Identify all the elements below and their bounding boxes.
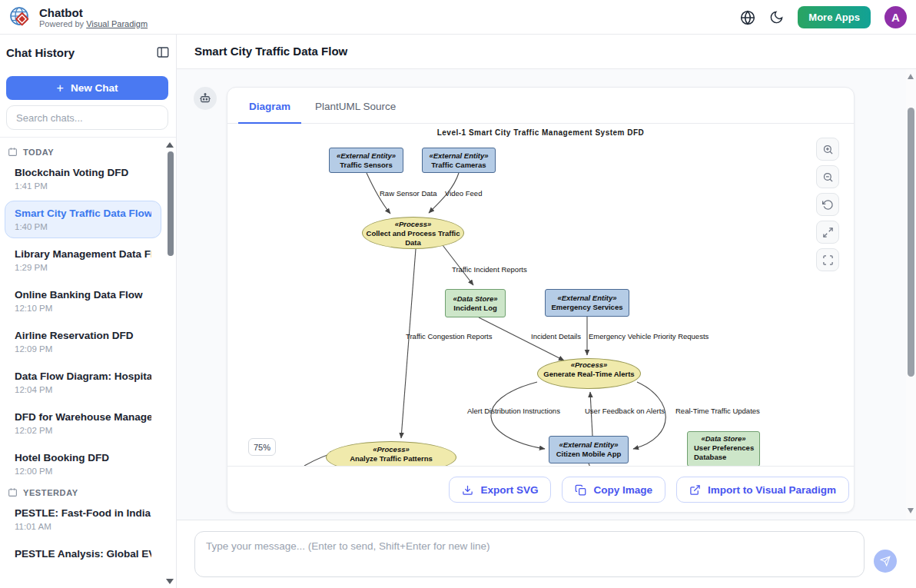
send-button[interactable] bbox=[874, 550, 897, 573]
chat-item[interactable]: PESTLE: Fast-Food in India – ... 11:01 A… bbox=[5, 500, 161, 538]
fit-to-screen-button[interactable] bbox=[816, 221, 839, 244]
zoom-level-badge: 75% bbox=[248, 438, 276, 456]
calendar-icon bbox=[8, 487, 18, 497]
chat-history-title: Chat History bbox=[6, 46, 75, 59]
reset-view-button[interactable] bbox=[816, 193, 839, 216]
main-scroll-up-arrow[interactable] bbox=[908, 74, 914, 79]
fullscreen-corners-icon bbox=[822, 254, 834, 266]
top-bar: Chatbot Powered by Visual Paradigm More … bbox=[0, 0, 916, 35]
card-tabs: Diagram PlantUML Source bbox=[227, 88, 854, 124]
app-title-block: Chatbot Powered by Visual Paradigm bbox=[39, 6, 148, 28]
external-link-icon bbox=[689, 484, 701, 496]
expand-arrows-icon bbox=[822, 227, 834, 238]
brand: Chatbot Powered by Visual Paradigm bbox=[8, 5, 148, 29]
edge-label-traffic-incident-reports: Traffic Incident Reports bbox=[452, 265, 527, 274]
app-title: Chatbot bbox=[39, 6, 148, 19]
fullscreen-button[interactable] bbox=[816, 248, 839, 271]
edge-label-real-time-traffic-updates: Real-Time Traffic Updates bbox=[675, 407, 760, 415]
chat-list: TODAY Blockchain Voting DFD 1:41 PM Smar… bbox=[0, 138, 166, 588]
zoom-controls bbox=[816, 138, 839, 271]
diagram-node-emergency-services: «External Entity» Emergency Services bbox=[545, 289, 629, 317]
new-chat-button[interactable]: + New Chat bbox=[6, 76, 168, 100]
zoom-out-button[interactable] bbox=[816, 165, 839, 188]
rotate-ccw-icon bbox=[822, 199, 834, 211]
send-icon bbox=[880, 556, 891, 566]
chat-item-selected[interactable]: Smart City Traffic Data Flow 1:40 PM bbox=[5, 201, 161, 238]
chat-item[interactable]: Blockchain Voting DFD 1:41 PM bbox=[5, 160, 161, 198]
main-area: Smart City Traffic Data Flow Diagram Pla… bbox=[177, 35, 916, 588]
language-globe-button[interactable] bbox=[740, 10, 755, 25]
plus-icon: + bbox=[57, 81, 64, 95]
page-header: Smart City Traffic Data Flow bbox=[177, 35, 916, 69]
diagram-viewport[interactable]: Level-1 Smart City Traffic Management Sy… bbox=[227, 124, 854, 466]
tab-diagram[interactable]: Diagram bbox=[238, 91, 301, 124]
export-svg-button[interactable]: Export SVG bbox=[449, 477, 551, 503]
main-scrollbar-thumb[interactable] bbox=[908, 108, 914, 377]
zoom-in-icon bbox=[822, 144, 834, 155]
diagram-node-user-preferences-database: «Data Store» User Preferences Database bbox=[687, 431, 760, 466]
chat-item[interactable]: Hotel Booking DFD 12:00 PM bbox=[5, 445, 161, 483]
chat-item[interactable]: PESTLE Analysis: Global EV In... bbox=[5, 541, 161, 566]
edge-label-incident-details: Incident Details bbox=[531, 332, 581, 341]
chat-item[interactable]: Airline Reservation DFD 12:09 PM bbox=[5, 323, 161, 360]
visual-paradigm-link[interactable]: Visual Paradigm bbox=[86, 19, 148, 28]
more-apps-button[interactable]: More Apps bbox=[798, 6, 871, 28]
panel-toggle-icon bbox=[156, 45, 170, 59]
chat-item[interactable]: Data Flow Diagram: Hospital... 12:04 PM bbox=[5, 364, 161, 401]
diagram-actions: Export SVG Copy Image Import to Visual P… bbox=[227, 466, 854, 513]
edge-label-emergency-vehicle-priority-requests: Emergency Vehicle Priority Requests bbox=[589, 332, 709, 341]
diagram-node-citizen-mobile-app: «External Entity» Citizen Mobile App bbox=[549, 436, 629, 463]
chat-item[interactable]: Library Management Data Fl... 1:29 PM bbox=[5, 241, 161, 279]
diagram-node-traffic-cameras: «External Entity» Traffic Cameras bbox=[422, 148, 496, 173]
download-icon bbox=[462, 484, 473, 496]
robot-icon bbox=[198, 91, 212, 105]
page-title: Smart City Traffic Data Flow bbox=[194, 45, 347, 58]
chat-history-sidebar: Chat History + New Chat TODAY Blockchain… bbox=[0, 35, 177, 588]
zoom-out-icon bbox=[822, 171, 834, 183]
section-header-today: TODAY bbox=[8, 147, 158, 157]
message-input[interactable] bbox=[194, 531, 865, 577]
calendar-icon bbox=[8, 147, 18, 157]
edge-label-raw-sensor-data: Raw Sensor Data bbox=[380, 189, 436, 198]
copy-icon bbox=[575, 484, 586, 496]
chat-message-area: Diagram PlantUML Source Level-1 Smart Ci… bbox=[177, 69, 916, 520]
tab-plantuml-source[interactable]: PlantUML Source bbox=[304, 91, 407, 124]
copy-image-button[interactable]: Copy Image bbox=[562, 477, 665, 503]
collapse-sidebar-button[interactable] bbox=[156, 45, 170, 59]
diagram-node-generate-real-time-alerts: «Process» Generate Real-Time Alerts bbox=[537, 358, 641, 389]
search-chats-input[interactable] bbox=[6, 105, 168, 130]
user-avatar[interactable]: A bbox=[884, 6, 907, 28]
message-composer bbox=[177, 520, 916, 588]
sidebar-scroll-down-arrow[interactable] bbox=[166, 579, 174, 584]
diagram-node-analyze-traffic-patterns: «Process» Analyze Traffic Patterns bbox=[326, 441, 456, 466]
section-header-yesterday: YESTERDAY bbox=[8, 487, 158, 497]
chat-item[interactable]: DFD for Warehouse Manage... 12:02 PM bbox=[5, 404, 161, 442]
edge-label-alert-distribution-instructions: Alert Distribution Instructions bbox=[467, 407, 560, 415]
edge-label-user-feedback-on-alerts: User Feedback on Alerts bbox=[585, 407, 665, 415]
diagram-node-traffic-sensors: «External Entity» Traffic Sensors bbox=[329, 148, 403, 173]
globe-icon bbox=[740, 10, 755, 25]
powered-by: Powered by Visual Paradigm bbox=[39, 19, 148, 28]
chat-item[interactable]: Online Banking Data Flow 12:10 PM bbox=[5, 282, 161, 320]
main-scroll-down-arrow[interactable] bbox=[908, 508, 914, 513]
sidebar-scrollbar-thumb[interactable] bbox=[168, 151, 174, 256]
visual-paradigm-logo-icon bbox=[8, 5, 32, 29]
zoom-in-button[interactable] bbox=[816, 138, 839, 161]
diagram-node-incident-log: «Data Store» Incident Log bbox=[445, 289, 506, 317]
diagram-node-collect-process-traffic-data: «Process» Collect and Process Traffic Da… bbox=[362, 217, 464, 249]
bot-avatar bbox=[194, 87, 217, 110]
import-to-visual-paradigm-button[interactable]: Import to Visual Paradigm bbox=[676, 477, 849, 503]
moon-icon bbox=[769, 10, 784, 25]
sidebar-scroll-up-arrow[interactable] bbox=[166, 142, 174, 148]
main-scrollbar[interactable] bbox=[906, 69, 916, 520]
edge-label-traffic-congestion-reports: Traffic Congestion Reports bbox=[406, 332, 492, 341]
dark-mode-toggle-button[interactable] bbox=[769, 10, 784, 25]
edge-label-video-feed: Video Feed bbox=[445, 189, 482, 198]
diagram-card: Diagram PlantUML Source Level-1 Smart Ci… bbox=[227, 87, 855, 513]
